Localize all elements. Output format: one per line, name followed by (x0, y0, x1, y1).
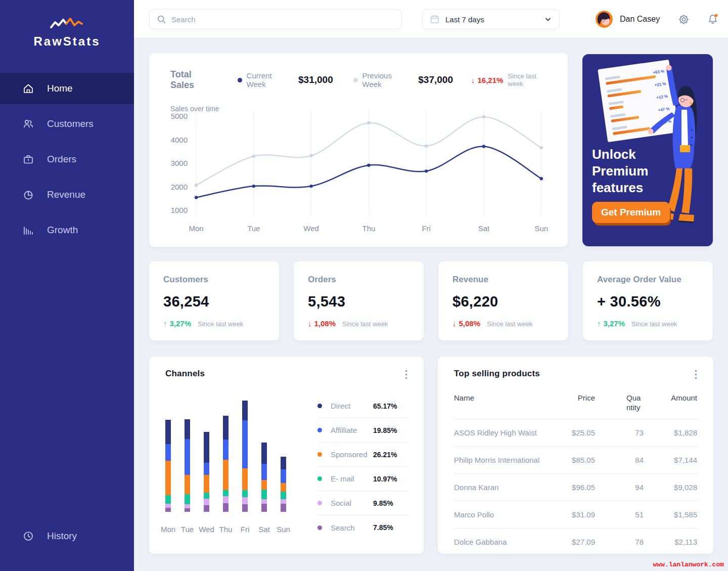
y-tick-label: 3000 (171, 159, 188, 167)
products-table: NamePriceQuantityAmount ASOS Ridley High… (454, 389, 697, 555)
legend-value: 19.85% (373, 426, 410, 434)
bar-segment-direct (281, 457, 286, 469)
sales-card-title: Total Sales (170, 69, 217, 91)
legend-value: 65.17% (373, 402, 410, 410)
stat-delta-value: 3,27% (604, 319, 625, 328)
down-arrow-icon: ↓ (471, 76, 475, 84)
bar-segment-sponsored (261, 480, 267, 490)
table-cell: $85.05 (547, 446, 595, 473)
channels-legend: Direct65.17%Affilliate19.85%Sponsored26.… (317, 394, 410, 540)
x-tick-label: Thu (362, 224, 375, 233)
table-cell: $2,113 (644, 528, 697, 555)
bar-segment-direct (261, 443, 267, 464)
legend-dot-icon (317, 501, 322, 505)
sidebar-item-growth[interactable]: Growth (0, 214, 134, 246)
stat-delta-row: ↑3,27%Since last week (597, 319, 699, 328)
bar-segment-affilliate (223, 440, 229, 460)
sales-delta-value: 16,21% (477, 76, 503, 84)
table-header-name: Name (454, 389, 547, 419)
sales-card-header: Total Sales Current Week $31,000 Previou… (149, 53, 568, 91)
data-point (425, 169, 428, 172)
bar-segment-search (204, 505, 209, 512)
clock-icon (23, 531, 34, 542)
down-arrow-icon: ↓ (452, 319, 457, 328)
bar-segment-sponsored (223, 460, 229, 490)
channel-bar-tue: Tue (185, 398, 190, 534)
chevron-down-icon (544, 15, 552, 23)
data-point (482, 115, 485, 118)
stat-label: Revenue (452, 275, 554, 285)
sidebar-item-revenue[interactable]: Revenue (0, 179, 134, 210)
stat-delta-value: 5,08% (459, 319, 481, 328)
stat-delta-value: 3,27% (170, 319, 192, 328)
data-point (252, 185, 255, 188)
sales-delta: ↓ 16,21% Since last week (471, 72, 553, 87)
sidebar-item-home[interactable]: Home (0, 73, 134, 104)
notifications-bell-icon[interactable] (707, 13, 719, 25)
bar-segment-direct (165, 420, 171, 444)
channel-bar-mon: Mon (165, 398, 171, 534)
stat-delta-row: ↓1,08%Since last week (308, 319, 410, 328)
bar-segment-direct (204, 432, 209, 463)
sales-line-chart: MonTueWedThuFriSatSun5000400030002000100… (164, 108, 564, 237)
x-tick-label: Fri (422, 224, 431, 233)
table-cell: Dolce Gabbana (454, 528, 547, 555)
data-point (482, 145, 485, 148)
sidebar-item-customers[interactable]: Customers (0, 108, 134, 140)
table-cell: 73 (595, 419, 644, 446)
stat-delta-value: 1,08% (314, 319, 336, 328)
channel-bar-fri: Fri (242, 398, 248, 534)
bar-segment-social (281, 499, 286, 504)
stat-delta-note: Since last week (487, 320, 532, 328)
x-tick-label: Tue (247, 224, 260, 233)
table-cell: 84 (595, 446, 644, 473)
channel-bar-wed: Wed (204, 398, 209, 534)
bar-segment-sponsored (185, 475, 190, 494)
down-arrow-icon: ↓ (308, 319, 312, 328)
top-selling-products-card: Top selling products NamePriceQuantityAm… (438, 357, 713, 554)
date-range-select[interactable]: Last 7 days (422, 9, 560, 29)
bar-segment-affilliate (165, 444, 171, 461)
table-row-asos-ridley-high-waist[interactable]: ASOS Ridley High Waist$25.0573$1,828 (454, 419, 697, 446)
table-row-philip-morris-international[interactable]: Philip Morris International$85.0584$7,14… (454, 446, 697, 473)
stat-label: Orders (308, 275, 410, 285)
bar-stack (185, 398, 190, 512)
stat-value: $6,220 (452, 293, 554, 310)
data-point (367, 164, 370, 167)
channel-bar-sat: Sat (261, 398, 267, 534)
briefcase-icon (23, 154, 34, 165)
legend-row-social: Social9.85% (317, 491, 410, 515)
bar-segment-search (242, 504, 248, 512)
settings-gear-icon[interactable] (678, 14, 690, 25)
table-row-marco-pollo[interactable]: Marco Pollo$31.0951$1,585 (454, 501, 697, 528)
kebab-menu-icon[interactable] (403, 369, 410, 382)
table-cell: $27.09 (547, 528, 595, 555)
pie-chart-icon (23, 189, 34, 200)
stat-label: Average Order Value (597, 275, 699, 285)
bar-segment-social (165, 504, 171, 508)
users-icon (23, 118, 34, 129)
watermark: www.lanlanwork.com (653, 561, 724, 568)
y-tick-label: 2000 (171, 183, 188, 191)
search-input[interactable] (171, 15, 395, 24)
premium-card: +63 %+21 %+12 %+47 %+56 % (582, 54, 713, 246)
data-point (195, 196, 198, 199)
sidebar-item-history[interactable]: History (0, 520, 134, 552)
get-premium-button[interactable]: Get Premium (592, 202, 670, 223)
bar-day-label: Fri (241, 525, 250, 534)
table-row-donna-karan[interactable]: Donna Karan$96.0594$9,028 (454, 473, 697, 501)
avatar[interactable] (596, 11, 613, 28)
y-tick-label: 5000 (171, 112, 188, 120)
sidebar-item-label: Customers (47, 118, 94, 129)
table-row-dolce-gabbana[interactable]: Dolce Gabbana$27.0978$2,113 (454, 528, 697, 555)
bar-stack (223, 398, 229, 512)
bar-segment-affilliate (281, 469, 286, 483)
legend-row-affilliate: Affilliate19.85% (317, 418, 410, 443)
table-header-quantity: Quantity (595, 389, 644, 419)
search-input-wrapper[interactable] (149, 9, 402, 29)
stat-label: Customers (163, 275, 265, 285)
sidebar-item-orders[interactable]: Orders (0, 144, 134, 175)
topbar: Last 7 days Dan Casey (134, 0, 728, 38)
kebab-menu-icon[interactable] (693, 369, 699, 382)
legend-row-e-mail: E- mail10.97% (317, 467, 410, 491)
